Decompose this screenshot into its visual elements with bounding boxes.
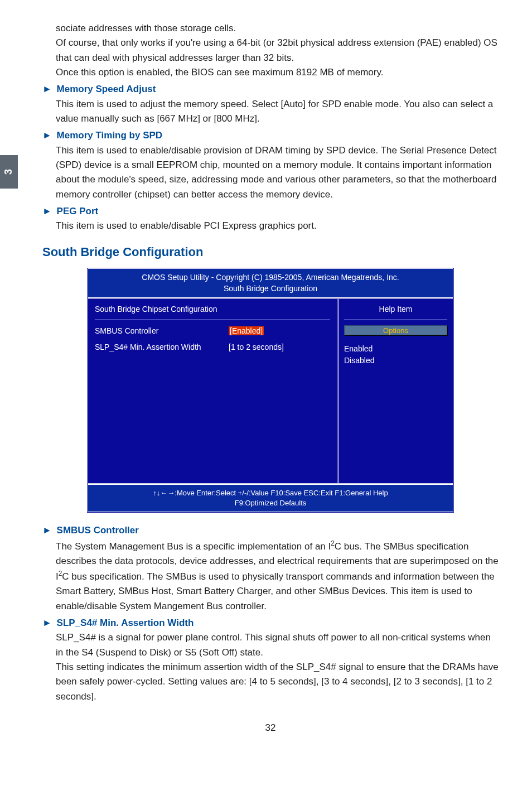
triangle-icon: ►: [42, 616, 52, 630]
bios-foot-line2: F9:Optimized Defaults: [90, 498, 451, 508]
bios-title-line2: South Bridge Configuration: [90, 283, 451, 295]
chapter-tab: 3: [0, 155, 18, 189]
chapter-number: 3: [1, 169, 17, 175]
bios-title-bar: CMOS Setup Utility - Copyright (C) 1985-…: [88, 269, 453, 297]
heading-text: SLP_S4# Min. Assertion Width: [57, 618, 194, 628]
bios-left-header: South Bridge Chipset Configuration: [95, 303, 330, 320]
heading-text: Memory Timing by SPD: [57, 130, 163, 141]
triangle-icon: ►: [42, 523, 52, 538]
bios-right-pane: Help Item Options Enabled Disabled: [338, 299, 453, 483]
option-enabled: Enabled: [344, 343, 447, 355]
page-number: 32: [42, 721, 499, 735]
options-button[interactable]: Options: [344, 325, 447, 335]
heading-text: PEG Port: [57, 206, 99, 216]
intro-line-2: Of course, that only works if you're usi…: [56, 36, 499, 65]
slp-body-2: This setting indicates the minimum asser…: [56, 660, 499, 704]
heading-slp: ► SLP_S4# Min. Assertion Width: [42, 616, 499, 630]
slp-body-1: SLP_S4# is a signal for power plane cont…: [56, 630, 499, 660]
row-label: SMBUS Controller: [95, 325, 229, 338]
row-value-selected: [Enabled]: [229, 325, 264, 338]
heading-text: SMBUS Controller: [57, 525, 139, 536]
bios-row-slp[interactable]: SLP_S4# Min. Assertion Width [1 to 2 sec…: [95, 341, 330, 354]
heading-peg-port: ► PEG Port: [42, 204, 499, 219]
intro-line-1: sociate addresses with those storage cel…: [56, 21, 499, 36]
intro-line-3: Once this option is enabled, the BIOS ca…: [56, 65, 499, 80]
bios-right-header: Help Item: [344, 303, 447, 320]
heading-text: Memory Speed Adjust: [57, 84, 156, 94]
bios-left-pane: South Bridge Chipset Configuration SMBUS…: [88, 299, 338, 483]
triangle-icon: ►: [42, 128, 52, 143]
bios-footer: ↑↓←→:Move Enter:Select +/-/:Value F10:Sa…: [88, 483, 453, 512]
memory-speed-body: This item is used to adjust the memory s…: [56, 97, 499, 127]
heading-memory-timing: ► Memory Timing by SPD: [42, 128, 499, 143]
option-disabled: Disabled: [344, 355, 447, 367]
memory-timing-body: This item is used to enable/disable prov…: [56, 143, 499, 202]
section-title: South Bridge Configuration: [42, 243, 499, 262]
heading-memory-speed: ► Memory Speed Adjust: [42, 82, 499, 97]
row-label: SLP_S4# Min. Assertion Width: [95, 341, 229, 354]
bios-row-smbus[interactable]: SMBUS Controller [Enabled]: [95, 325, 330, 338]
row-value: [1 to 2 seconds]: [229, 341, 284, 354]
bios-foot-line1: ↑↓←→:Move Enter:Select +/-/:Value F10:Sa…: [90, 488, 451, 498]
bios-screenshot: CMOS Setup Utility - Copyright (C) 1985-…: [86, 267, 454, 514]
heading-smbus: ► SMBUS Controller: [42, 523, 499, 538]
superscript-2: 2: [331, 539, 335, 547]
selected-value: [Enabled]: [229, 326, 264, 335]
bios-title-line1: CMOS Setup Utility - Copyright (C) 1985-…: [90, 272, 451, 283]
triangle-icon: ►: [42, 204, 52, 219]
smbus-body: The System Management Bus is a specific …: [56, 538, 499, 614]
triangle-icon: ►: [42, 82, 52, 97]
peg-port-body: This item is used to enable/disable PCI …: [56, 219, 499, 233]
